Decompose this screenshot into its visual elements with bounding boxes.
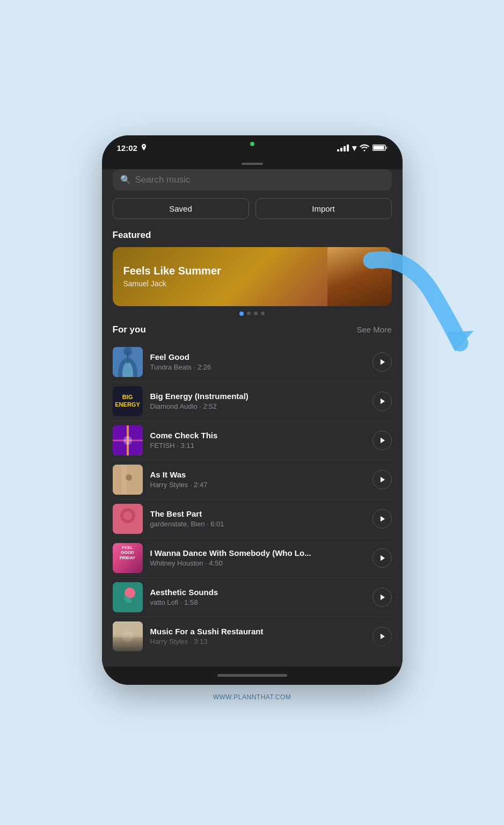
album-art-come-check (113, 425, 143, 455)
svg-point-17 (126, 474, 132, 481)
song-info-aesthetic: Aesthetic Sounds vatto Lofi · 1:58 (150, 588, 365, 606)
svg-marker-31 (443, 326, 473, 354)
search-input[interactable] (135, 175, 384, 185)
song-title-iwanna: I Wanna Dance With Somebody (Who Lo... (150, 548, 365, 558)
song-title-aesthetic: Aesthetic Sounds (150, 588, 365, 597)
svg-marker-23 (380, 555, 384, 561)
svg-marker-22 (380, 516, 384, 522)
time-display: 12:02 (117, 143, 137, 153)
song-title-come-check: Come Check This (150, 431, 365, 440)
featured-artist: Samuel Jack (123, 279, 317, 288)
song-info-best-part: The Best Part gardenstate, Bien · 6:01 (150, 509, 365, 528)
song-title-as-it-was: As It Was (150, 470, 365, 479)
svg-rect-1 (373, 146, 384, 150)
song-info-feel-good: Feel Good Tundra Beats · 2:26 (150, 352, 365, 371)
play-button-big-energy[interactable] (372, 392, 392, 411)
song-list: Feel Good Tundra Beats · 2:26 BIGENERGY … (113, 343, 392, 656)
song-title-sushi: Music For a Sushi Restaurant (150, 627, 365, 636)
song-info-come-check: Come Check This FETISH · 3:11 (150, 431, 365, 450)
play-button-sushi[interactable] (372, 627, 392, 646)
play-button-as-it-was[interactable] (372, 470, 392, 489)
song-info-iwanna: I Wanna Dance With Somebody (Who Lo... W… (150, 548, 365, 567)
song-item-come-check[interactable]: Come Check This FETISH · 3:11 (113, 421, 392, 460)
tabs-container: Saved Import (113, 198, 392, 219)
song-item-sushi[interactable]: Music For a Sushi Restaurant Harry Style… (113, 617, 392, 656)
feel-good-friday-text: FEELGOODFRIDAY (113, 543, 143, 563)
for-you-title: For you (113, 324, 146, 335)
featured-card[interactable]: Feels Like Summer Samuel Jack (113, 247, 392, 306)
album-art-sushi (113, 621, 143, 652)
featured-image (327, 247, 392, 306)
song-item-as-it-was[interactable]: As It Was Harry Styles · 2:47 (113, 460, 392, 500)
song-meta-come-check: FETISH · 3:11 (150, 442, 365, 450)
svg-point-29 (122, 631, 133, 642)
featured-section-title: Featured (113, 230, 392, 241)
svg-marker-14 (380, 437, 384, 443)
dot-2 (247, 312, 251, 315)
svg-marker-30 (380, 633, 384, 639)
song-meta-iwanna: Whitney Houston · 4:50 (150, 559, 365, 567)
album-art-aesthetic (113, 582, 143, 612)
home-bar (217, 674, 287, 677)
battery-icon (372, 144, 388, 151)
dot-3 (254, 312, 258, 315)
for-you-header: For you See More (113, 324, 392, 335)
svg-point-7 (123, 347, 132, 356)
song-item-big-energy[interactable]: BIGENERGY Big Energy (Instrumental) Diam… (113, 382, 392, 421)
search-icon: 🔍 (120, 175, 131, 185)
album-art-feel-good (113, 347, 143, 377)
play-button-best-part[interactable] (372, 509, 392, 529)
dot-4 (261, 312, 265, 315)
play-button-come-check[interactable] (372, 431, 392, 450)
song-info-big-energy: Big Energy (Instrumental) Diamond Audio … (150, 392, 365, 410)
footer-url: WWW.PLANNTHAT.COM (213, 693, 291, 701)
svg-marker-26 (380, 594, 384, 600)
song-info-as-it-was: As It Was Harry Styles · 2:47 (150, 470, 365, 489)
song-info-sushi: Music For a Sushi Restaurant Harry Style… (150, 627, 365, 646)
play-button-aesthetic[interactable] (372, 588, 392, 607)
album-art-iwanna: FEELGOODFRIDAY (113, 543, 143, 573)
song-item-feel-good[interactable]: Feel Good Tundra Beats · 2:26 (113, 343, 392, 382)
song-title-best-part: The Best Part (150, 509, 365, 518)
album-art-best-part (113, 504, 143, 534)
status-bar: 12:02 ▾ (102, 135, 403, 157)
song-meta-big-energy: Diamond Audio · 2:52 (150, 402, 365, 410)
song-title-big-energy: Big Energy (Instrumental) (150, 392, 365, 401)
big-energy-text: BIGENERGY (115, 394, 140, 408)
wifi-icon: ▾ (352, 143, 356, 153)
import-tab[interactable]: Import (255, 198, 392, 219)
song-item-aesthetic[interactable]: Aesthetic Sounds vatto Lofi · 1:58 (113, 578, 392, 617)
svg-marker-9 (380, 398, 384, 404)
svg-point-13 (123, 436, 132, 445)
song-meta-sushi: Harry Styles · 3:13 (150, 638, 365, 646)
sheet-handle (102, 157, 403, 169)
svg-point-21 (123, 511, 132, 520)
song-meta-as-it-was: Harry Styles · 2:47 (150, 481, 365, 489)
album-art-big-energy: BIGENERGY (113, 386, 143, 416)
see-more-button[interactable]: See More (356, 325, 391, 334)
play-button-iwanna[interactable] (372, 548, 392, 568)
song-item-best-part[interactable]: The Best Part gardenstate, Bien · 6:01 (113, 500, 392, 539)
carousel-dots (113, 312, 392, 316)
song-meta-best-part: gardenstate, Bien · 6:01 (150, 520, 365, 528)
song-title-feel-good: Feel Good (150, 352, 365, 361)
signal-icon (337, 144, 349, 151)
notification-dot (250, 142, 254, 146)
album-art-as-it-was (113, 465, 143, 495)
search-bar[interactable]: 🔍 (113, 169, 392, 191)
svg-marker-8 (380, 359, 384, 365)
saved-tab[interactable]: Saved (113, 198, 249, 219)
song-meta-aesthetic: vatto Lofi · 1:58 (150, 598, 365, 606)
svg-rect-16 (121, 465, 127, 495)
svg-marker-18 (380, 476, 384, 482)
main-content: 🔍 Saved Import Featured Feels Like Summe… (102, 169, 403, 667)
dot-1 (239, 312, 244, 316)
location-icon (141, 144, 147, 151)
svg-rect-2 (386, 147, 388, 149)
song-meta-feel-good: Tundra Beats · 2:26 (150, 363, 365, 371)
phone-frame: 12:02 ▾ (102, 135, 403, 685)
song-item-iwanna[interactable]: FEELGOODFRIDAY I Wanna Dance With Somebo… (113, 539, 392, 578)
wifi-icon (360, 144, 369, 151)
featured-title: Feels Like Summer (123, 265, 317, 277)
play-button-feel-good[interactable] (372, 352, 392, 372)
